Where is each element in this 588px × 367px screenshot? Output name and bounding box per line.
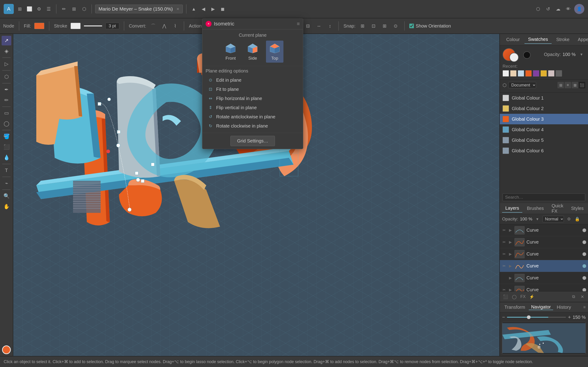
layer-expand-6[interactable]: ✂: [502, 288, 506, 292]
tab-styles[interactable]: Styles: [568, 204, 587, 212]
layer-lock-icon[interactable]: 🔒: [574, 216, 580, 222]
gc-item-4[interactable]: Global Colour 4: [500, 124, 588, 135]
share-icon[interactable]: ⬡: [534, 5, 542, 13]
tab-appearance[interactable]: Appearance: [574, 35, 588, 44]
convert-btn3[interactable]: ⌇: [171, 22, 179, 30]
adjust-icon[interactable]: ⚡: [528, 293, 536, 301]
blend-mode-select[interactable]: Normal: [543, 216, 564, 222]
stroke-pt[interactable]: 3 pt: [105, 23, 119, 29]
layer-expand-3[interactable]: ✂: [502, 252, 506, 257]
gc-item-1[interactable]: Global Colour 1: [500, 93, 588, 103]
transform-btn3[interactable]: ↔: [315, 22, 323, 30]
export2-icon[interactable]: ⬡: [80, 5, 88, 13]
layer-chevron-4[interactable]: ▶: [508, 264, 513, 268]
swatch-item[interactable]: [510, 70, 517, 77]
gradient-tool[interactable]: ⬛: [2, 142, 11, 152]
export-icon[interactable]: ☰: [44, 5, 53, 13]
layer-item-2[interactable]: ✂ ▶ Curve: [500, 236, 588, 248]
opacity-chevron-icon[interactable]: ▾: [578, 50, 585, 58]
iso-flip-horizontal[interactable]: ⇔ Flip horizontal in plane: [206, 94, 300, 103]
knife-tool[interactable]: ⌁: [2, 178, 11, 188]
zoom-slider[interactable]: [507, 317, 566, 318]
add-pixel-icon[interactable]: ⬛: [502, 293, 510, 301]
zoom-tool[interactable]: 🔍: [2, 191, 11, 201]
layer-item-1[interactable]: ✂ ▶ Curve: [500, 224, 588, 236]
swatch-item[interactable]: [525, 70, 532, 77]
pencil-tool[interactable]: ✏: [2, 95, 11, 105]
layer-visibility-3[interactable]: [582, 252, 586, 256]
swatch-item[interactable]: [540, 70, 547, 77]
swatch-item[interactable]: [556, 70, 562, 77]
ellipse-tool[interactable]: ◯: [2, 119, 11, 128]
text-tool[interactable]: T: [2, 166, 11, 175]
grid-icon[interactable]: ⊞: [16, 5, 24, 13]
layer-chevron-6[interactable]: ▶: [508, 288, 513, 292]
large-view-icon[interactable]: ⊠: [572, 82, 578, 88]
iso-rotate-anti[interactable]: ↺ Rotate anticlockwise in plane: [206, 112, 300, 121]
layer-chevron-3[interactable]: ▶: [508, 252, 513, 257]
iso-menu-icon[interactable]: ≡: [297, 21, 300, 27]
layer-visibility-5[interactable]: [582, 276, 586, 280]
convert-btn1[interactable]: ⌒: [149, 22, 157, 30]
layer-visibility-2[interactable]: [582, 240, 586, 244]
layer-chevron-1[interactable]: ▶: [508, 228, 513, 233]
layer-chevron-2[interactable]: ▶: [508, 240, 513, 244]
list-view-icon[interactable]: ≡: [565, 82, 571, 88]
iso-plane-top[interactable]: Top: [266, 41, 284, 63]
layer-visibility-1[interactable]: [582, 228, 586, 232]
rect-tool[interactable]: ▭: [2, 108, 11, 118]
gc-item-3[interactable]: Global Colour 3: [500, 114, 588, 124]
tab-brushes[interactable]: Brushes: [524, 204, 547, 212]
layer-visibility-6[interactable]: [582, 288, 586, 292]
stop-icon[interactable]: ◼: [219, 5, 227, 13]
view-icon[interactable]: 👁: [564, 5, 572, 13]
zoom-minus-icon[interactable]: −: [502, 314, 505, 320]
nav-options-icon[interactable]: ≡: [583, 305, 586, 310]
tab-swatches[interactable]: Swatches: [524, 35, 552, 44]
hand-tool[interactable]: ✋: [2, 202, 11, 211]
title-close-icon[interactable]: ×: [176, 6, 179, 12]
dark-view-icon[interactable]: ⬛: [579, 82, 585, 88]
transform-btn2[interactable]: ⊟: [304, 22, 312, 30]
avatar[interactable]: 👤: [574, 4, 584, 14]
show-orientation-toggle[interactable]: Show Orientation: [409, 23, 451, 29]
add-shape-icon[interactable]: ◯: [510, 293, 518, 301]
doc-dropdown[interactable]: Document: [508, 82, 536, 88]
grid-view-icon[interactable]: ⊞: [557, 82, 564, 88]
gc-item-2[interactable]: Global Colour 2: [500, 103, 588, 114]
orientation-checkbox[interactable]: [409, 24, 414, 28]
layer-item-3[interactable]: ✂ ▶ Curve: [500, 248, 588, 260]
transform-btn4[interactable]: ↕: [326, 22, 334, 30]
iso-plane-side[interactable]: Side: [244, 41, 261, 63]
duplicate-layer-icon[interactable]: ⧉: [570, 293, 578, 301]
stroke-color[interactable]: [70, 23, 81, 29]
black-circle[interactable]: [523, 51, 531, 59]
layer-expand-4[interactable]: ✂: [502, 264, 506, 268]
layer-item-6[interactable]: ✂ ▶ Curve: [500, 284, 588, 291]
iso-edit-in-plane[interactable]: ⊙ Edit in plane: [206, 75, 300, 85]
fill-tool[interactable]: 🪣: [2, 132, 11, 141]
layer-expand-1[interactable]: ✂: [502, 228, 506, 233]
right-icon[interactable]: ▶: [209, 5, 217, 13]
gc-item-5[interactable]: Global Colour 5: [500, 135, 588, 145]
color-circle[interactable]: [2, 345, 11, 354]
layer-chevron-5[interactable]: ▶: [508, 276, 513, 280]
iso-rotate-clock[interactable]: ↻ Rotate clockwise in plane: [206, 121, 300, 131]
publish-icon[interactable]: ☁: [554, 5, 562, 13]
colour-search-input[interactable]: [502, 193, 585, 201]
layer-expand-2[interactable]: ✂: [502, 240, 506, 244]
zoom-plus-icon[interactable]: +: [568, 314, 571, 320]
layer-settings-icon[interactable]: ⚙: [566, 216, 572, 222]
swatch-item[interactable]: [548, 70, 554, 77]
grid-settings-button[interactable]: Grid Settings…: [230, 136, 275, 146]
iso-close-button[interactable]: ×: [206, 21, 212, 27]
convert-btn2[interactable]: ⋀: [160, 22, 168, 30]
swatch-item[interactable]: [518, 70, 524, 77]
select-icon[interactable]: ⊞: [70, 5, 78, 13]
iso-flip-vertical[interactable]: ⇕ Flip vertical in plane: [206, 103, 300, 112]
iso-plane-front[interactable]: Front: [222, 41, 239, 63]
tab-layers[interactable]: Layers: [502, 204, 522, 213]
swatch-item[interactable]: [533, 70, 539, 77]
tab-navigator[interactable]: Navigator: [529, 304, 553, 310]
delete-layer-icon[interactable]: ✕: [578, 293, 586, 301]
